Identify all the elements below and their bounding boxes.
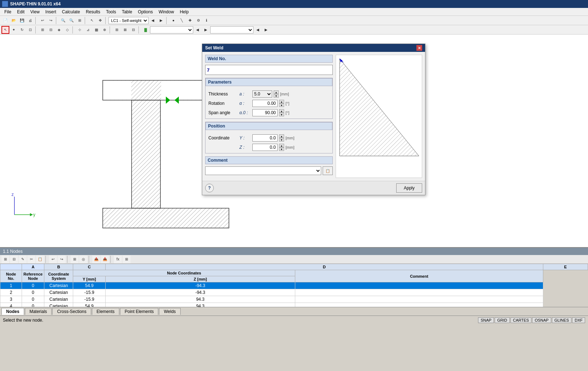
tab-welds[interactable]: Welds [159,308,180,315]
move-btn[interactable]: ✥ [96,17,104,24]
tab-cross-sections[interactable]: Cross-Sections [52,308,91,315]
thickness-up-btn[interactable]: ▲ [274,90,279,94]
select-btn[interactable]: ↖ [88,17,96,24]
table-row[interactable]: 1 0 Cartesian 54.9 -94.3 [0,282,588,289]
menu-options[interactable]: Options [135,9,156,15]
tool3-btn[interactable]: ⊟ [47,26,55,34]
panel-tb11[interactable]: 📥 [101,255,109,263]
menu-insert[interactable]: Insert [43,9,59,15]
apply-btn[interactable]: Apply [396,183,422,193]
prev2-btn[interactable]: ◀ [194,26,202,34]
prev-lc-btn[interactable]: ◀ [149,17,157,24]
rotation-up-btn[interactable]: ▲ [279,100,284,103]
rotation-input[interactable] [252,100,278,107]
glines-btn[interactable]: GLINES [552,317,571,323]
menu-table[interactable]: Table [119,9,135,15]
tool2-btn[interactable]: ⊞ [39,26,47,34]
table-row[interactable]: 2 0 Cartesian -15.9 -94.3 [0,289,588,296]
table-row[interactable]: 4 0 Cartesian 54.9 94.3 [0,303,588,307]
view3-btn[interactable]: ⊟ [129,26,137,34]
next-lc-btn[interactable]: ▶ [157,17,165,24]
panel-fx-btn[interactable]: fx [114,255,122,263]
view1-btn[interactable]: ⊞ [113,26,121,34]
next2-btn[interactable]: ▶ [202,26,210,34]
canvas-area[interactable]: y z Set Weld ✕ Weld No. Parameters [0,35,588,247]
menu-results[interactable]: Results [83,9,103,15]
osnap-btn[interactable]: OSNAP [532,317,551,323]
span-angle-up-btn[interactable]: ▲ [279,109,284,113]
panel-tb3[interactable]: ✎ [19,255,27,263]
snap2-btn[interactable]: ⊿ [84,26,92,34]
cross-btn[interactable]: ✚ [186,17,194,24]
color-btn[interactable]: ▓ [142,26,150,34]
coord-z-up-btn[interactable]: ▲ [279,144,284,147]
undo-btn[interactable]: ↩ [39,17,47,24]
menu-tools[interactable]: Tools [103,9,119,15]
panel-tb9[interactable]: ◎ [79,255,87,263]
dialog-close-btn[interactable]: ✕ [416,45,422,51]
coord-y-up-btn[interactable]: ▲ [279,134,284,138]
zoom-in-btn[interactable]: 🔍 [59,17,67,24]
snap-btn[interactable]: SNAP [478,317,494,323]
node-btn[interactable]: ● [169,17,177,24]
panel-tb5[interactable]: 📋 [36,255,44,263]
panel-tb10[interactable]: 📤 [92,255,100,263]
new-btn[interactable]: 📄 [1,17,9,24]
weld-no-input[interactable] [205,65,333,75]
prev3-btn[interactable]: ◀ [254,26,262,34]
panel-tb4[interactable]: ✂ [27,255,35,263]
cartes-btn[interactable]: CARTES [510,317,531,323]
comment-browse-btn[interactable]: 📋 [323,166,333,175]
panel-tb2[interactable]: ⊟ [10,255,18,263]
lc-select[interactable]: LC1 - Self-weight [109,17,149,24]
coord-y-input[interactable] [252,134,278,142]
redo-btn[interactable]: ↪ [47,17,55,24]
render-select[interactable] [150,26,193,33]
menu-file[interactable]: File [1,9,14,15]
tab-materials[interactable]: Materials [25,308,52,315]
table-row[interactable]: 3 0 Cartesian -15.9 94.3 [0,296,588,303]
thickness-down-btn[interactable]: ▼ [274,94,279,98]
comment-select[interactable] [205,166,321,175]
tool1-btn[interactable]: ⊡ [26,26,34,34]
panel-tb12[interactable]: ⊞ [123,255,131,263]
print-btn[interactable]: 🖨 [26,17,34,24]
snap4-btn[interactable]: ⊕ [101,26,109,34]
open-btn[interactable]: 📂 [10,17,18,24]
rotate-btn[interactable]: ↻ [18,26,26,34]
dxf-btn[interactable]: DXF [572,317,585,323]
coord-z-down-btn[interactable]: ▼ [279,147,284,151]
menu-calculate[interactable]: Calculate [59,9,83,15]
zoom-all-btn[interactable]: ⊞ [76,17,84,24]
span-angle-down-btn[interactable]: ▼ [279,113,284,116]
rotation-down-btn[interactable]: ▼ [279,103,284,107]
style-select[interactable] [210,26,253,33]
coord-y-down-btn[interactable]: ▼ [279,138,284,142]
tab-nodes[interactable]: Nodes [1,308,24,315]
tab-elements[interactable]: Elements [92,308,119,315]
snap3-btn[interactable]: ▦ [92,26,100,34]
save-btn[interactable]: 💾 [18,17,26,24]
settings-btn[interactable]: ⚙ [194,17,202,24]
tool4-btn[interactable]: ◈ [55,26,63,34]
view2-btn[interactable]: ⊠ [121,26,129,34]
tool5-btn[interactable]: ◇ [63,26,71,34]
panel-tb7[interactable]: ↪ [58,255,66,263]
panel-tb6[interactable]: ↩ [49,255,57,263]
thickness-select[interactable]: 5.0 3.0 4.0 6.0 8.0 [252,90,272,98]
panel-tb1[interactable]: ⊞ [1,255,9,263]
coord-z-input[interactable] [252,144,278,151]
table-container[interactable]: A B C D E NodeNo. ReferenceNode Coordina… [0,264,588,307]
grid-btn[interactable]: GRID [495,317,510,323]
menu-view[interactable]: View [27,9,43,15]
next3-btn[interactable]: ▶ [262,26,270,34]
node-mode-btn[interactable]: ✦ [10,26,18,34]
help-btn[interactable]: ? [205,184,214,192]
menu-window[interactable]: Window [156,9,177,15]
line-btn[interactable]: ╲ [178,17,186,24]
panel-tb8[interactable]: ⊞ [71,255,79,263]
snap1-btn[interactable]: ⊹ [76,26,84,34]
info-btn[interactable]: ℹ [203,17,211,24]
menu-edit[interactable]: Edit [14,9,27,15]
tab-point-elements[interactable]: Point Elements [120,308,159,315]
